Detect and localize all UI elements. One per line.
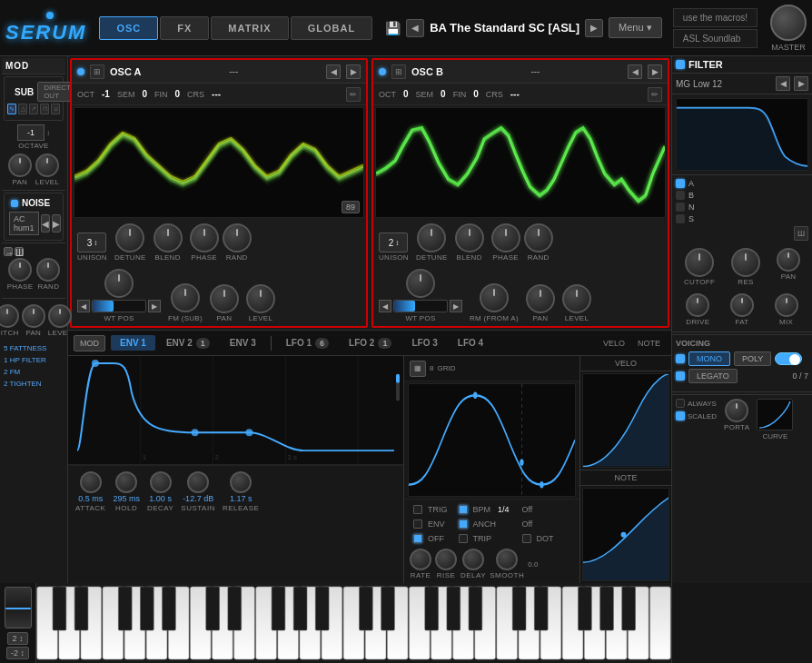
osc-a-wtpos-knob[interactable] [104,269,134,298]
smooth-knob[interactable] [496,549,518,570]
filter-route-s[interactable] [676,214,685,223]
octave-up-btn[interactable]: 2 ↕ [7,632,27,645]
dot-checkbox[interactable] [522,534,531,543]
osc-a-detune-knob[interactable] [115,223,144,252]
legato-btn[interactable]: LEGATO [688,369,738,383]
off-checkbox[interactable] [413,534,422,543]
filter-route-b[interactable] [676,191,685,200]
filter-next[interactable]: ▶ [794,76,808,91]
mono-led[interactable] [676,354,685,363]
release-knob[interactable] [230,471,252,493]
lfo-icon-btn[interactable]: ▦ [410,361,426,377]
osc-a-wt-slider[interactable] [92,300,146,312]
filter-led[interactable] [676,60,685,69]
osc-b-rand-knob[interactable] [524,223,553,252]
velo-tab[interactable]: VELO [598,339,630,348]
osc-a-wt-prev[interactable]: ◀ [77,300,90,312]
env2-tab[interactable]: ENV 2 1 [157,335,219,351]
osc-b-wt-prev[interactable]: ◀ [379,300,391,312]
scaled-led[interactable] [676,411,685,421]
sub-pan-knob[interactable] [8,153,32,177]
osc-b-icon[interactable]: ⊞ [391,64,406,79]
osc-b-level-knob[interactable] [562,284,591,313]
osc-a-phase-knob[interactable] [190,223,219,252]
lfo2-tab[interactable]: LFO 2 1 [340,335,401,351]
curve-display[interactable] [757,399,793,430]
mix-knob[interactable] [775,293,798,317]
osc-b-detune-knob[interactable] [417,223,446,252]
osc-a-unison-select[interactable]: 3↕ [77,233,106,252]
filter-route-n[interactable] [676,203,685,212]
osc-a-rand-knob[interactable] [223,223,252,252]
cutoff-knob[interactable] [685,248,714,277]
osc-a-fm-knob[interactable] [171,283,200,312]
master-knob[interactable] [770,5,807,41]
noise-preset[interactable]: AC hum1 [9,212,39,235]
sub-octave-ctrl[interactable]: -1 [17,124,45,141]
env3-tab[interactable]: ENV 3 [221,335,265,351]
osc-a-blend-knob[interactable] [153,223,183,252]
osc-b-wt-next[interactable]: ▶ [450,300,462,312]
sustain-knob[interactable] [187,471,209,493]
wave-btn-4[interactable]: ∪ [51,104,60,114]
pitch-wheel[interactable] [5,587,32,628]
fat-knob[interactable] [730,293,754,317]
octave-down-btn[interactable]: -2 ↕ [6,647,29,659]
osc-b-pan-knob[interactable] [526,284,555,313]
rand-knob[interactable] [36,258,60,282]
osc-a-pan-knob[interactable] [210,284,239,313]
drive-knob[interactable] [686,293,709,317]
main-pan-knob[interactable] [22,304,45,328]
tab-matrix[interactable]: MATRIX [211,16,288,40]
sub-level-knob[interactable] [35,153,59,177]
always-led[interactable] [676,399,685,408]
pitch-knob[interactable] [0,304,19,328]
osc-a-wt-next[interactable]: ▶ [148,300,161,312]
mono-poly-toggle[interactable] [775,352,802,365]
mod-icon-btn[interactable]: → [4,247,13,256]
osc-a-edit-icon[interactable]: ✏ [346,87,361,102]
preset-save-icon[interactable]: 💾 [385,21,401,35]
osc-a-next[interactable]: ▶ [346,64,361,79]
osc-b-unison-select[interactable]: 2↕ [379,233,408,252]
osc-a-led[interactable] [77,68,84,75]
wave-btn-3[interactable]: ⊓ [40,104,49,114]
osc-b-phase-knob[interactable] [491,223,520,252]
noise-prev[interactable]: ◀ [41,214,50,233]
lfo3-tab[interactable]: LFO 3 [402,335,446,351]
main-level-knob[interactable] [48,304,72,328]
attack-knob[interactable] [80,471,102,493]
rise-knob[interactable] [435,549,457,570]
delay-knob[interactable] [462,549,484,570]
wave-btn-1[interactable]: △ [18,104,27,114]
osc-a-prev[interactable]: ◀ [326,64,341,79]
lfo4-tab[interactable]: LFO 4 [449,335,492,351]
porta-knob[interactable] [725,399,748,422]
tab-global[interactable]: GLOBAL [291,16,372,40]
bpm-checkbox[interactable] [459,505,468,514]
osc-b-edit-icon[interactable]: ✏ [648,87,662,102]
osc-b-prev[interactable]: ◀ [628,64,642,79]
osc-b-blend-knob[interactable] [455,223,484,252]
env-checkbox[interactable] [413,520,422,529]
anch-checkbox[interactable] [459,520,468,529]
preset-menu-btn[interactable]: Menu ▾ [609,17,662,38]
piano-keys-area[interactable]: // Will be drawn via JS below [36,583,671,663]
decay-knob[interactable] [150,471,172,493]
filter-route-a[interactable] [676,179,685,188]
filter-pan-knob[interactable] [777,248,800,272]
note-tab[interactable]: NOTE [632,339,666,348]
legato-led[interactable] [676,371,685,381]
res-knob[interactable] [731,248,760,277]
tab-fx[interactable]: FX [160,16,209,40]
mono-btn[interactable]: MONO [688,351,730,366]
osc-b-led[interactable] [379,68,386,75]
env1-tab[interactable]: ENV 1 [111,335,155,351]
noise-next[interactable]: ▶ [52,214,61,233]
trig-checkbox[interactable] [413,505,422,514]
osc-a-level-knob[interactable] [246,284,275,313]
phase-knob[interactable] [8,258,32,282]
osc-b-next[interactable]: ▶ [648,64,662,79]
noise-led[interactable] [11,200,18,207]
mod-tab-btn[interactable]: MOD [74,335,105,351]
